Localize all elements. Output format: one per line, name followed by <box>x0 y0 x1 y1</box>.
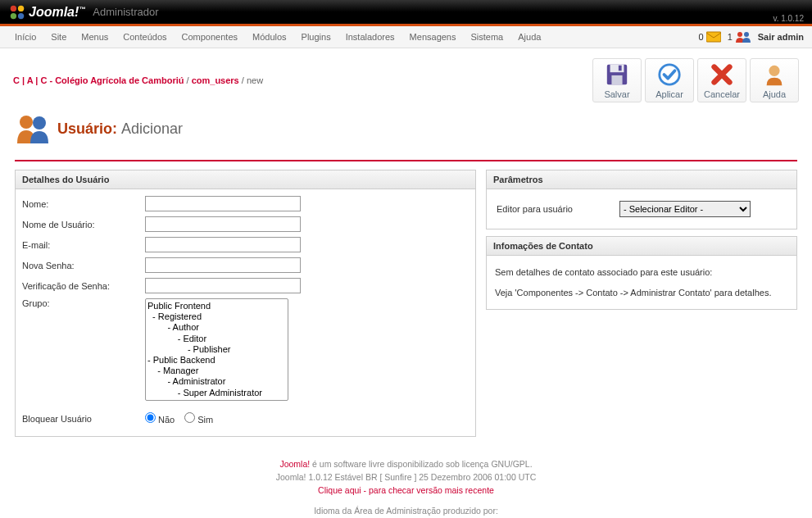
save-button[interactable]: Salvar <box>592 58 642 102</box>
menubar-status: 0 1 Sair admin <box>699 30 805 43</box>
group-option[interactable]: - Author <box>147 322 286 333</box>
group-option[interactable]: - Publisher <box>147 344 286 355</box>
name-label: Nome: <box>22 199 145 209</box>
envelope-icon <box>706 31 721 43</box>
menu-item[interactable]: Componentes <box>175 28 245 46</box>
svg-point-12 <box>769 65 779 75</box>
menu-item[interactable]: Instaladores <box>339 28 401 46</box>
group-label: Grupo: <box>22 298 145 308</box>
group-option[interactable]: - Public Backend <box>147 355 286 366</box>
svg-rect-4 <box>706 32 721 42</box>
save-label: Salvar <box>604 89 629 99</box>
breadcrumb-component[interactable]: com_users <box>192 75 239 85</box>
username-label: Nome de Usuário: <box>22 220 145 229</box>
svg-point-14 <box>33 116 46 130</box>
newpass-label: Nova Senha: <box>22 261 145 270</box>
group-option[interactable]: - Super Administrator <box>147 388 286 398</box>
toolbar: Salvar Aplicar Cancelar Ajuda <box>592 58 799 102</box>
group-option[interactable]: Public Frontend <box>147 301 286 311</box>
save-icon <box>605 62 629 87</box>
menu-item[interactable]: Menus <box>75 28 115 46</box>
contact-line2: Veja 'Componentes -> Contato -> Administ… <box>493 283 790 303</box>
menu-item[interactable]: Conteúdos <box>116 28 173 46</box>
logo: Joomla!™ Administrador <box>8 3 159 21</box>
messages-indicator[interactable]: 0 <box>699 31 721 43</box>
cancel-button[interactable]: Cancelar <box>697 58 746 102</box>
verifypass-label: Verificação de Senha: <box>22 281 145 291</box>
block-label: Bloquear Usuário <box>22 414 145 424</box>
brand-subtitle: Administrador <box>93 6 158 18</box>
email-label: E-mail: <box>22 240 145 250</box>
contact-legend: Infomações de Contato <box>487 237 796 256</box>
menu-item[interactable]: Sistema <box>464 28 510 46</box>
name-input[interactable] <box>145 196 301 211</box>
svg-point-6 <box>744 32 749 37</box>
messages-count: 0 <box>699 32 704 42</box>
contact-line1: Sem detalhes de contato associado para e… <box>493 262 790 283</box>
version-label: v. 1.0.12 <box>773 14 804 23</box>
group-option[interactable]: - Editor <box>147 334 286 344</box>
group-option[interactable]: - Administrator <box>147 376 286 387</box>
page-title: Usuário: Adicionar <box>57 120 183 138</box>
svg-point-3 <box>18 12 24 18</box>
menu-item[interactable]: Plugins <box>295 28 338 46</box>
svg-rect-10 <box>619 65 622 70</box>
footer-text1: é um software livre disponibilizado sob … <box>310 459 532 469</box>
menubar-items: InícioSiteMenusConteúdosComponentesMódul… <box>8 28 547 46</box>
menu-item[interactable]: Mensagens <box>403 28 463 46</box>
joomla-logo-icon <box>8 3 26 21</box>
email-input[interactable] <box>145 237 301 252</box>
svg-point-0 <box>11 5 16 11</box>
user-details-panel: Detalhes do Usuário Nome: Nome de Usuári… <box>15 170 476 437</box>
contact-panel: Infomações de Contato Sem detalhes de co… <box>486 236 797 310</box>
help-label: Ajuda <box>763 89 786 99</box>
breadcrumb-site[interactable]: C | A | C - Colégio Agrícola de Camboriú <box>13 75 184 85</box>
svg-point-5 <box>737 32 742 37</box>
parameters-panel: Parâmetros Editor para usuário - Selecio… <box>486 170 797 229</box>
help-button[interactable]: Ajuda <box>750 58 799 102</box>
menu-item[interactable]: Ajuda <box>511 28 547 46</box>
users-count: 1 <box>728 32 733 42</box>
footer-check-link[interactable]: Clique aqui - para checar versão mais re… <box>318 485 494 495</box>
editor-select[interactable]: - Selecionar Editor - <box>619 201 751 217</box>
block-no-label: Não <box>158 415 175 425</box>
apply-icon <box>657 62 682 87</box>
svg-point-1 <box>18 5 24 11</box>
user-details-legend: Detalhes do Usuário <box>16 170 475 189</box>
verifypass-input[interactable] <box>145 278 301 293</box>
page-action: Adicionar <box>121 120 183 137</box>
newpass-input[interactable] <box>145 257 301 273</box>
group-select[interactable]: Public Frontend - Registered - Author - … <box>145 298 288 401</box>
brand-text: Joomla!™ <box>29 5 85 20</box>
users-icon <box>735 30 751 43</box>
block-yes-radio[interactable] <box>184 412 195 423</box>
parameters-legend: Parâmetros <box>487 170 796 189</box>
help-icon <box>762 62 787 87</box>
cancel-icon <box>710 62 734 87</box>
svg-rect-9 <box>611 75 622 84</box>
username-input[interactable] <box>145 216 301 232</box>
menubar: InícioSiteMenusConteúdosComponentesMódul… <box>0 26 812 48</box>
breadcrumb-current: new <box>247 75 263 85</box>
logout-link[interactable]: Sair admin <box>758 32 804 42</box>
block-no-radio[interactable] <box>145 412 156 423</box>
app-header: Joomla!™ Administrador v. 1.0.12 <box>0 0 812 24</box>
svg-point-13 <box>20 116 33 129</box>
apply-label: Aplicar <box>655 89 683 99</box>
right-column: Parâmetros Editor para usuário - Selecio… <box>486 170 797 310</box>
footer-brand: Joomla! <box>279 459 310 469</box>
apply-button[interactable]: Aplicar <box>645 58 694 102</box>
footer-version: Joomla! 1.0.12 Estável BR [ Sunfire ] 25… <box>0 471 812 484</box>
menu-item[interactable]: Site <box>44 28 73 46</box>
menu-item[interactable]: Início <box>8 28 43 46</box>
footer-lang: Idioma da Área de Administração produzid… <box>0 505 812 518</box>
footer: Joomla! é um software livre disponibiliz… <box>0 452 812 518</box>
page-title-area: Usuário: Adicionar <box>0 107 812 155</box>
group-option[interactable]: - Manager <box>147 366 286 376</box>
menu-item[interactable]: Módulos <box>246 28 293 46</box>
group-option[interactable]: - Registered <box>147 311 286 322</box>
editor-label: Editor para usuário <box>497 204 611 214</box>
users-page-icon <box>15 111 51 147</box>
svg-rect-8 <box>610 64 624 71</box>
users-online-indicator[interactable]: 1 <box>728 30 751 43</box>
